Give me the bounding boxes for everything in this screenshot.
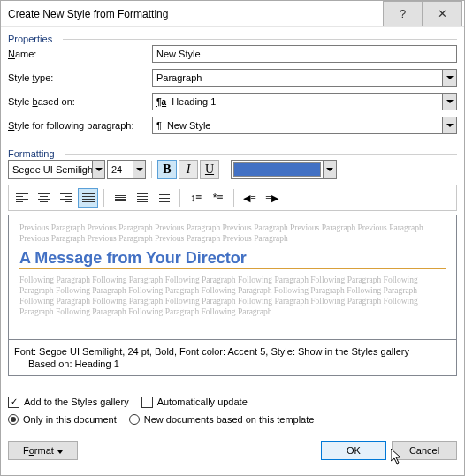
auto-update-checkbox[interactable]: Automatically update xyxy=(141,397,248,408)
line-spacing-2-button[interactable] xyxy=(154,188,174,208)
style-based-select[interactable]: ¶aHeading 1 xyxy=(152,93,442,110)
font-color-select[interactable] xyxy=(231,160,337,179)
preview-following-text: Following Paragraph Following Paragraph … xyxy=(19,275,446,317)
checkbox-icon xyxy=(141,397,153,408)
color-swatch xyxy=(233,162,321,177)
chevron-down-icon xyxy=(326,168,333,171)
style-type-select[interactable]: Paragraph xyxy=(152,69,442,87)
chevron-down-icon xyxy=(446,124,454,127)
line-spacing-1-5-button[interactable] xyxy=(132,188,152,208)
chevron-down-icon xyxy=(446,100,454,103)
style-preview: Previous Paragraph Previous Paragraph Pr… xyxy=(8,215,457,340)
preview-sample-text: A Message from Your Director xyxy=(19,249,446,268)
name-input[interactable] xyxy=(152,45,457,63)
font-size-select[interactable]: 24 xyxy=(107,160,146,179)
paragraph-toolbar: ↕≡ *≡ ◀≡ ≡▶ xyxy=(8,185,457,211)
font-family-select[interactable]: Segoe UI Semiligh xyxy=(8,160,105,179)
increase-indent-button[interactable]: ≡▶ xyxy=(262,188,282,208)
align-center-button[interactable] xyxy=(34,188,54,208)
pilcrow-icon: ¶a xyxy=(156,97,166,107)
dialog-title: Create New Style from Formatting xyxy=(8,8,383,20)
style-following-label: Style for following paragraph: xyxy=(8,120,152,131)
style-type-label: Style type: xyxy=(8,72,152,83)
formatting-heading: Formatting xyxy=(1,142,62,158)
align-justify-button[interactable] xyxy=(78,188,98,208)
pilcrow-icon: ¶ xyxy=(156,120,162,131)
desc-line-2: Based on: Heading 1 xyxy=(14,358,447,370)
space-before-increase-button[interactable]: ↕≡ xyxy=(186,188,206,208)
help-button[interactable]: ? xyxy=(383,1,423,26)
space-before-decrease-button[interactable]: *≡ xyxy=(208,188,228,208)
style-description: Font: Segoe UI Semilight, 24 pt, Bold, F… xyxy=(8,340,457,376)
properties-heading: Properties xyxy=(1,27,59,43)
ok-button[interactable]: OK xyxy=(321,441,386,460)
align-right-button[interactable] xyxy=(56,188,76,208)
chevron-down-icon xyxy=(446,76,454,79)
only-this-document-radio[interactable]: Only in this document xyxy=(8,414,117,425)
style-following-dropdown-button[interactable] xyxy=(442,117,457,134)
style-type-dropdown-button[interactable] xyxy=(442,69,457,87)
align-left-button[interactable] xyxy=(11,188,32,208)
close-button[interactable]: ✕ xyxy=(423,1,462,26)
decrease-indent-button[interactable]: ◀≡ xyxy=(240,188,260,208)
radio-icon xyxy=(8,414,19,425)
radio-icon xyxy=(129,414,140,425)
style-based-dropdown-button[interactable] xyxy=(442,93,457,110)
format-button[interactable]: Format xyxy=(8,441,78,460)
line-spacing-1-button[interactable] xyxy=(110,188,130,208)
checkbox-icon xyxy=(8,397,19,408)
chevron-down-icon xyxy=(136,168,143,171)
titlebar: Create New Style from Formatting ? ✕ xyxy=(1,1,464,27)
font-toolbar: Segoe UI Semiligh 24 B I U xyxy=(8,160,457,179)
add-to-gallery-checkbox[interactable]: Add to the Styles gallery xyxy=(8,397,129,408)
preview-divider xyxy=(19,268,446,269)
name-label: Name: xyxy=(8,49,152,59)
underline-button[interactable]: U xyxy=(200,160,219,179)
new-documents-radio[interactable]: New documents based on this template xyxy=(129,414,315,425)
preview-previous-text: Previous Paragraph Previous Paragraph Pr… xyxy=(19,223,446,244)
style-based-label: Style based on: xyxy=(8,96,152,107)
create-style-dialog: Create New Style from Formatting ? ✕ Pro… xyxy=(0,0,465,476)
chevron-down-icon xyxy=(95,168,103,171)
italic-button[interactable]: I xyxy=(179,160,198,179)
desc-line-1: Font: Segoe UI Semilight, 24 pt, Bold, F… xyxy=(14,345,447,358)
style-following-select[interactable]: ¶New Style xyxy=(152,117,442,134)
bold-button[interactable]: B xyxy=(157,160,177,179)
cancel-button[interactable]: Cancel xyxy=(392,441,457,460)
